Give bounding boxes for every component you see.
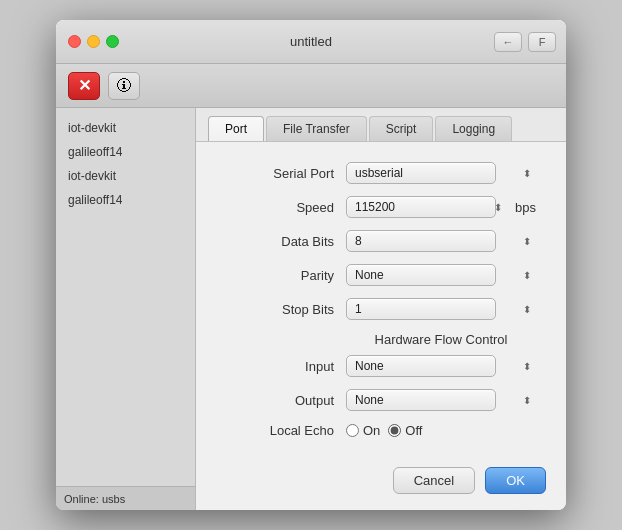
button-row: Cancel OK xyxy=(196,457,566,510)
hw-output-select[interactable]: None RTS/CTS DSR/DTR XON/XOFF xyxy=(346,389,496,411)
hw-flow-header: Hardware Flow Control xyxy=(226,332,536,347)
hw-output-label: Output xyxy=(226,393,346,408)
hw-output-row: Output None RTS/CTS DSR/DTR XON/XOFF xyxy=(226,389,536,411)
tab-port[interactable]: Port xyxy=(208,116,264,141)
serial-port-row: Serial Port usbserial usbmodem cu.Blueto… xyxy=(226,162,536,184)
local-echo-off-label[interactable]: Off xyxy=(388,423,422,438)
stop-bits-wrapper: 1 1.5 2 xyxy=(346,298,536,320)
parity-select[interactable]: None Even Odd Mark Space xyxy=(346,264,496,286)
toolbar: ✕ 🛈 xyxy=(56,64,566,108)
parity-label: Parity xyxy=(226,268,346,283)
tab-bar: Port File Transfer Script Logging xyxy=(196,108,566,142)
data-bits-wrapper: 5 6 7 8 xyxy=(346,230,536,252)
status-bar: Online: usbs xyxy=(56,486,196,510)
minimize-button[interactable] xyxy=(87,35,100,48)
speed-select[interactable]: 9600 19200 38400 57600 115200 230400 xyxy=(346,196,496,218)
tab-file-transfer[interactable]: File Transfer xyxy=(266,116,367,141)
local-echo-on-radio[interactable] xyxy=(346,424,359,437)
sidebar-item-iot-devkit-1[interactable]: iot-devkit xyxy=(56,116,195,140)
local-echo-off-radio[interactable] xyxy=(388,424,401,437)
titlebar: untitled ← F xyxy=(56,20,566,64)
close-icon: ✕ xyxy=(78,76,91,95)
form-area: Serial Port usbserial usbmodem cu.Blueto… xyxy=(196,142,566,457)
sidebar-item-iot-devkit-2[interactable]: iot-devkit xyxy=(56,164,195,188)
info-button[interactable]: 🛈 xyxy=(108,72,140,100)
hw-input-select[interactable]: None RTS/CTS DSR/DTR XON/XOFF xyxy=(346,355,496,377)
hw-input-row: Input None RTS/CTS DSR/DTR XON/XOFF xyxy=(226,355,536,377)
ok-button[interactable]: OK xyxy=(485,467,546,494)
content-area: iot-devkit galileoff14 iot-devkit galile… xyxy=(56,108,566,510)
stop-bits-label: Stop Bits xyxy=(226,302,346,317)
back-button[interactable]: ← xyxy=(494,32,522,52)
tab-logging[interactable]: Logging xyxy=(435,116,512,141)
parity-row: Parity None Even Odd Mark Space xyxy=(226,264,536,286)
local-echo-label: Local Echo xyxy=(226,423,346,438)
hw-input-wrapper: None RTS/CTS DSR/DTR XON/XOFF xyxy=(346,355,536,377)
forward-icon: F xyxy=(539,36,546,48)
close-button[interactable] xyxy=(68,35,81,48)
stop-bits-row: Stop Bits 1 1.5 2 xyxy=(226,298,536,320)
window-controls xyxy=(68,35,119,48)
hw-output-wrapper: None RTS/CTS DSR/DTR XON/XOFF xyxy=(346,389,536,411)
window-title: untitled xyxy=(290,34,332,49)
parity-wrapper: None Even Odd Mark Space xyxy=(346,264,536,286)
sidebar-item-galileoff14-1[interactable]: galileoff14 xyxy=(56,140,195,164)
tab-script[interactable]: Script xyxy=(369,116,434,141)
forward-button[interactable]: F xyxy=(528,32,556,52)
stop-bits-select[interactable]: 1 1.5 2 xyxy=(346,298,496,320)
local-echo-row: Local Echo On Off xyxy=(226,423,536,438)
maximize-button[interactable] xyxy=(106,35,119,48)
main-panel: Port File Transfer Script Logging Serial… xyxy=(196,108,566,510)
titlebar-actions: ← F xyxy=(494,32,556,52)
status-text: Online: usbs xyxy=(64,493,125,505)
cancel-button[interactable]: Cancel xyxy=(393,467,475,494)
data-bits-select[interactable]: 5 6 7 8 xyxy=(346,230,496,252)
hw-input-label: Input xyxy=(226,359,346,374)
serial-port-select[interactable]: usbserial usbmodem cu.Bluetooth xyxy=(346,162,496,184)
local-echo-group: On Off xyxy=(346,423,536,438)
serial-port-wrapper: usbserial usbmodem cu.Bluetooth xyxy=(346,162,536,184)
data-bits-label: Data Bits xyxy=(226,234,346,249)
speed-row: Speed 9600 19200 38400 57600 115200 2304… xyxy=(226,196,536,218)
sidebar: iot-devkit galileoff14 iot-devkit galile… xyxy=(56,108,196,510)
bps-label: bps xyxy=(515,200,536,215)
local-echo-on-label[interactable]: On xyxy=(346,423,380,438)
sidebar-item-galileoff14-2[interactable]: galileoff14 xyxy=(56,188,195,212)
info-icon: 🛈 xyxy=(116,77,132,95)
speed-wrapper: 9600 19200 38400 57600 115200 230400 xyxy=(346,196,507,218)
main-window: untitled ← F ✕ 🛈 iot-devkit galileoff14 xyxy=(56,20,566,510)
back-icon: ← xyxy=(503,36,514,48)
serial-port-label: Serial Port xyxy=(226,166,346,181)
data-bits-row: Data Bits 5 6 7 8 xyxy=(226,230,536,252)
speed-label: Speed xyxy=(226,200,346,215)
disconnect-button[interactable]: ✕ xyxy=(68,72,100,100)
